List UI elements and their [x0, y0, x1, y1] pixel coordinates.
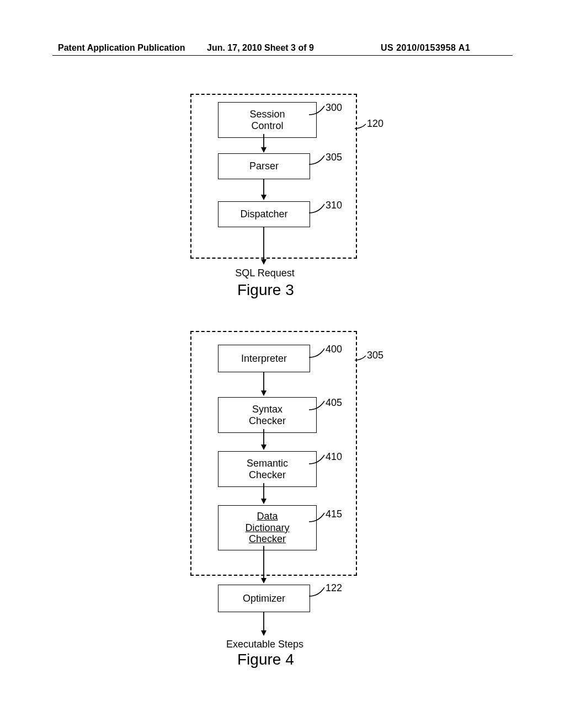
- svg-marker-7: [261, 390, 266, 396]
- fig3-arrow-2: [260, 179, 267, 201]
- fig4-out-label: Executable Steps: [215, 639, 315, 650]
- fig4-optimizer-box: Optimizer: [218, 585, 310, 612]
- svg-marker-5: [261, 259, 266, 265]
- svg-marker-1: [261, 147, 266, 153]
- fig4-title: Figure 4: [237, 651, 294, 668]
- fig3-parser-ref: 305: [326, 152, 342, 163]
- fig4-arrow-out: [260, 612, 267, 637]
- fig4-semantic-ref: 410: [326, 451, 342, 463]
- fig4-arrow-1: [260, 372, 267, 397]
- svg-marker-11: [261, 499, 266, 504]
- header-rule: [52, 55, 513, 56]
- fig3-arrow-1: [260, 134, 267, 153]
- header-right: US 2010/0153958 A1: [381, 43, 470, 53]
- svg-marker-3: [261, 195, 266, 200]
- fig3-dispatcher-ref: 310: [326, 200, 342, 211]
- fig4-datadict-box: Data Dictionary Checker: [218, 505, 317, 550]
- svg-marker-9: [261, 445, 266, 450]
- fig4-arrow-2: [260, 429, 267, 451]
- fig3-out-label: SQL Request: [215, 267, 315, 279]
- fig4-interpreter-box: Interpreter: [218, 345, 310, 372]
- fig4-optimizer-ref: 122: [326, 582, 342, 594]
- fig3-arrow-out: [260, 227, 267, 266]
- svg-marker-13: [261, 578, 266, 584]
- fig3-session-box: Session Control: [218, 102, 317, 138]
- fig4-arrow-3: [260, 483, 267, 505]
- fig3-title: Figure 3: [237, 281, 294, 299]
- fig3-dispatcher-box: Dispatcher: [218, 201, 310, 227]
- fig4-datadict-ref: 415: [326, 508, 342, 520]
- fig3-container-ref: 120: [367, 118, 383, 130]
- fig3-parser-box: Parser: [218, 153, 310, 179]
- fig4-syntax-box: Syntax Checker: [218, 397, 317, 433]
- fig4-interpreter-ref: 400: [326, 344, 342, 355]
- fig4-semantic-box: Semantic Checker: [218, 451, 317, 487]
- header-mid: Jun. 17, 2010 Sheet 3 of 9: [207, 43, 314, 53]
- fig3-session-ref: 300: [326, 102, 342, 114]
- header-left: Patent Application Publication: [58, 43, 185, 53]
- fig4-syntax-ref: 405: [326, 397, 342, 409]
- fig4-arrow-4: [260, 546, 267, 585]
- fig4-container-ref: 305: [367, 350, 383, 361]
- svg-marker-15: [261, 630, 266, 636]
